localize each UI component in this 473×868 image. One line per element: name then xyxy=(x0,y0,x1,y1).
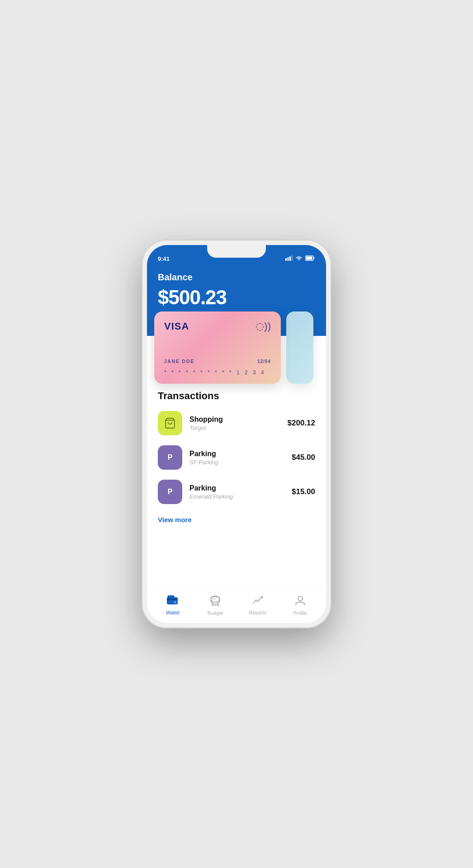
transaction-name: Parking xyxy=(189,450,284,458)
signal-icon xyxy=(285,255,293,262)
battery-icon xyxy=(305,255,315,262)
svg-rect-1 xyxy=(288,257,289,261)
parking-icon: P xyxy=(158,445,182,470)
svg-point-14 xyxy=(213,598,215,600)
svg-rect-9 xyxy=(167,599,178,600)
phone-screen: 9:41 xyxy=(147,245,326,623)
transaction-amount: $15.00 xyxy=(292,487,315,496)
phone-frame: 9:41 xyxy=(142,240,331,628)
nav-label-budget: Budget xyxy=(208,610,223,616)
svg-rect-6 xyxy=(306,257,312,260)
credit-card[interactable]: VISA ◌)) JANE DOE 12/04 * * * * * * * * … xyxy=(154,311,281,384)
card-expiry: 12/04 xyxy=(257,359,271,364)
transaction-sub: SF Parking xyxy=(189,459,284,466)
wallet-icon xyxy=(167,595,179,608)
nfc-icon: ◌)) xyxy=(255,321,271,332)
nav-item-profile[interactable]: Profile xyxy=(279,595,322,616)
budget-icon xyxy=(209,595,221,609)
transaction-amount: $45.00 xyxy=(292,453,315,462)
status-time: 9:41 xyxy=(158,255,170,262)
transaction-details: Parking SF Parking xyxy=(189,450,284,466)
card-area: VISA ◌)) JANE DOE 12/04 * * * * * * * * … xyxy=(147,316,326,379)
svg-point-10 xyxy=(174,601,176,604)
nav-item-budget[interactable]: Budget xyxy=(194,595,236,616)
svg-rect-11 xyxy=(168,595,174,598)
transaction-item[interactable]: P Parking SF Parking $45.00 xyxy=(158,445,315,470)
svg-rect-0 xyxy=(285,258,287,261)
svg-point-13 xyxy=(211,596,220,602)
transaction-sub: Emerald Parking xyxy=(189,493,284,500)
transaction-amount: $200.12 xyxy=(288,419,315,428)
transactions-title: Transactions xyxy=(158,390,315,402)
shopping-icon xyxy=(158,411,182,435)
svg-rect-5 xyxy=(314,257,315,259)
svg-rect-3 xyxy=(292,255,293,261)
card-number: * * * * * * * * * * 1 2 3 4 xyxy=(164,369,266,376)
bottom-nav: Wallet Budget xyxy=(147,587,326,623)
card-holder: JANE DOE xyxy=(164,359,194,364)
nav-item-wallet[interactable]: Wallet xyxy=(151,595,194,615)
main-content: Transactions Shopping Target $200.12 xyxy=(147,379,326,587)
svg-point-18 xyxy=(298,596,303,601)
wifi-icon xyxy=(295,255,303,262)
nav-item-reports[interactable]: Reports xyxy=(236,595,279,615)
svg-rect-2 xyxy=(289,256,291,261)
reports-icon xyxy=(252,595,263,608)
svg-point-15 xyxy=(216,597,217,599)
transaction-sub: Target xyxy=(189,425,280,431)
balance-amount: $500.23 xyxy=(158,286,315,309)
notch xyxy=(207,245,266,258)
nav-label-wallet: Wallet xyxy=(166,610,180,615)
transaction-details: Parking Emerald Parking xyxy=(189,484,284,500)
transaction-item[interactable]: Shopping Target $200.12 xyxy=(158,411,315,435)
view-more-link[interactable]: View more xyxy=(158,516,192,524)
profile-icon xyxy=(295,595,305,609)
card-brand: VISA xyxy=(164,321,271,332)
nav-label-profile: Profile xyxy=(293,610,307,616)
transaction-details: Shopping Target xyxy=(189,415,280,431)
transaction-item[interactable]: P Parking Emerald Parking $15.00 xyxy=(158,480,315,504)
balance-label: Balance xyxy=(158,272,315,283)
nav-label-reports: Reports xyxy=(249,610,267,615)
transaction-name: Shopping xyxy=(189,415,280,424)
transaction-name: Parking xyxy=(189,484,284,492)
card-peek[interactable] xyxy=(286,311,313,384)
parking-icon: P xyxy=(158,480,182,504)
status-icons xyxy=(285,255,315,262)
